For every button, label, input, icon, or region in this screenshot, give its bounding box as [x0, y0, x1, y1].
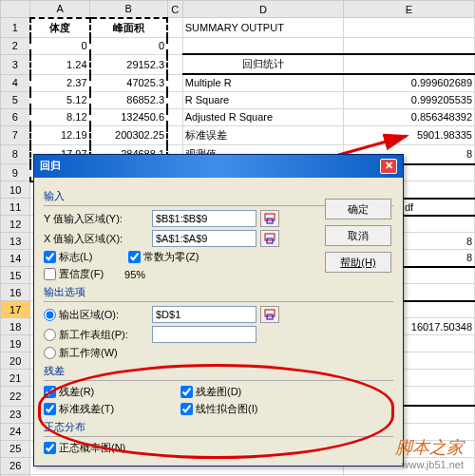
output-range-radio[interactable] [44, 309, 56, 321]
output-section-label: 输出选项 [44, 285, 393, 302]
cell[interactable]: R Square [182, 91, 343, 108]
row-header[interactable]: 1 [1, 18, 30, 38]
labels-checkbox[interactable] [44, 251, 56, 263]
row-header[interactable]: 10 [1, 181, 30, 199]
col-header-A[interactable]: A [30, 1, 90, 18]
row-header[interactable]: 3 [1, 54, 30, 74]
cell[interactable]: 2.37 [30, 74, 90, 91]
row-header[interactable]: 17 [1, 301, 30, 318]
cell[interactable]: 5901.98335 [344, 125, 475, 144]
cell[interactable]: Multiple R [182, 74, 343, 91]
cell[interactable]: 8.12 [30, 108, 90, 125]
cell[interactable]: 0.999205535 [344, 91, 475, 108]
cell[interactable]: 132450.6 [90, 108, 168, 125]
cell[interactable] [344, 37, 475, 54]
dialog-titlebar[interactable]: 回归 ✕ [34, 155, 403, 178]
output-range-input[interactable] [152, 306, 256, 323]
residual-plot-checkbox[interactable] [180, 386, 193, 398]
row-header[interactable]: 25 [1, 440, 30, 457]
line-fit-checkbox[interactable] [180, 403, 193, 415]
row-header[interactable]: 14 [1, 250, 30, 267]
const-zero-checkbox[interactable] [128, 251, 141, 263]
cell[interactable] [167, 91, 182, 108]
row-header[interactable]: 2 [1, 37, 30, 54]
close-button[interactable]: ✕ [380, 159, 397, 174]
residual-checkbox[interactable] [44, 386, 56, 398]
confidence-label: 置信度(F) [59, 267, 104, 281]
confidence-checkbox[interactable] [44, 268, 56, 280]
const-zero-label: 常数为零(Z) [143, 250, 199, 264]
cell[interactable]: 回归统计 [182, 54, 343, 74]
row-header[interactable]: 6 [1, 108, 30, 125]
cell[interactable] [167, 125, 182, 144]
y-range-label: Y 值输入区域(Y): [44, 212, 148, 226]
output-range-ref-button[interactable] [260, 306, 279, 323]
row-header[interactable]: 7 [1, 125, 30, 144]
cell[interactable] [167, 108, 182, 125]
std-residual-label: 标准残差(T) [59, 402, 114, 416]
new-sheet-label: 新工作表组(P): [59, 328, 128, 342]
cell[interactable] [182, 37, 343, 54]
row-header[interactable]: 19 [1, 335, 30, 352]
cell[interactable] [167, 74, 182, 91]
cell[interactable] [344, 54, 475, 74]
cell[interactable]: 体度 [30, 18, 90, 38]
row-header[interactable]: 18 [1, 318, 30, 335]
help-button[interactable]: 帮助(H) [325, 252, 391, 273]
col-header-C[interactable]: C [167, 1, 182, 18]
cell[interactable]: 29152.3 [90, 54, 168, 74]
row-header[interactable]: 24 [1, 423, 30, 440]
row-header[interactable]: 26 [1, 457, 30, 474]
cell[interactable]: 1.24 [30, 54, 90, 74]
cell[interactable] [167, 18, 182, 38]
x-range-input[interactable] [152, 230, 256, 247]
row-header[interactable]: 13 [1, 233, 30, 250]
corner-cell[interactable] [1, 1, 30, 18]
new-sheet-input[interactable] [152, 326, 256, 343]
cell[interactable]: 5.12 [30, 91, 90, 108]
labels-label: 标志(L) [59, 250, 92, 264]
row-header[interactable]: 8 [1, 144, 30, 164]
normal-section-label: 正态分布 [44, 420, 393, 437]
cell[interactable]: 47025.3 [90, 74, 168, 91]
cell[interactable]: 200302.25 [90, 125, 168, 144]
std-residual-checkbox[interactable] [44, 403, 56, 415]
row-header[interactable]: 22 [1, 387, 30, 407]
col-header-E[interactable]: E [344, 1, 475, 18]
row-header[interactable]: 16 [1, 284, 30, 301]
cell[interactable]: 标准误差 [182, 125, 343, 144]
cell[interactable]: 0 [90, 37, 168, 54]
row-header[interactable]: 9 [1, 164, 30, 181]
row-header[interactable]: 21 [1, 370, 30, 387]
cell[interactable]: 86852.3 [90, 91, 168, 108]
row-header[interactable]: 11 [1, 199, 30, 216]
cell[interactable]: Adjusted R Square [182, 108, 343, 125]
row-header[interactable]: 5 [1, 91, 30, 108]
cancel-button[interactable]: 取消 [325, 225, 391, 246]
y-range-ref-button[interactable] [260, 210, 279, 227]
confidence-value: 95% [107, 269, 145, 280]
cell[interactable]: 0.999602689 [344, 74, 475, 91]
cell[interactable] [167, 54, 182, 74]
cell[interactable]: 0 [30, 37, 90, 54]
y-range-input[interactable] [152, 210, 256, 227]
cell[interactable]: 峰面积 [90, 18, 168, 38]
row-header[interactable]: 12 [1, 216, 30, 233]
new-sheet-radio[interactable] [44, 329, 56, 341]
cell[interactable]: 0.856348392 [344, 108, 475, 125]
cell[interactable]: SUMMARY OUTPUT [182, 18, 343, 38]
col-header-B[interactable]: B [90, 1, 168, 18]
new-book-radio[interactable] [44, 347, 56, 359]
cell[interactable] [167, 37, 182, 54]
col-header-D[interactable]: D [182, 1, 343, 18]
cell[interactable]: 12.19 [30, 125, 90, 144]
row-header[interactable]: 15 [1, 267, 30, 284]
cell[interactable] [344, 18, 475, 38]
normal-plot-checkbox[interactable] [44, 442, 56, 454]
x-range-ref-button[interactable] [260, 230, 279, 247]
residual-plot-label: 残差图(D) [196, 385, 241, 399]
ok-button[interactable]: 确定 [325, 199, 391, 219]
row-header[interactable]: 20 [1, 352, 30, 370]
row-header[interactable]: 23 [1, 406, 30, 423]
row-header[interactable]: 4 [1, 74, 30, 91]
